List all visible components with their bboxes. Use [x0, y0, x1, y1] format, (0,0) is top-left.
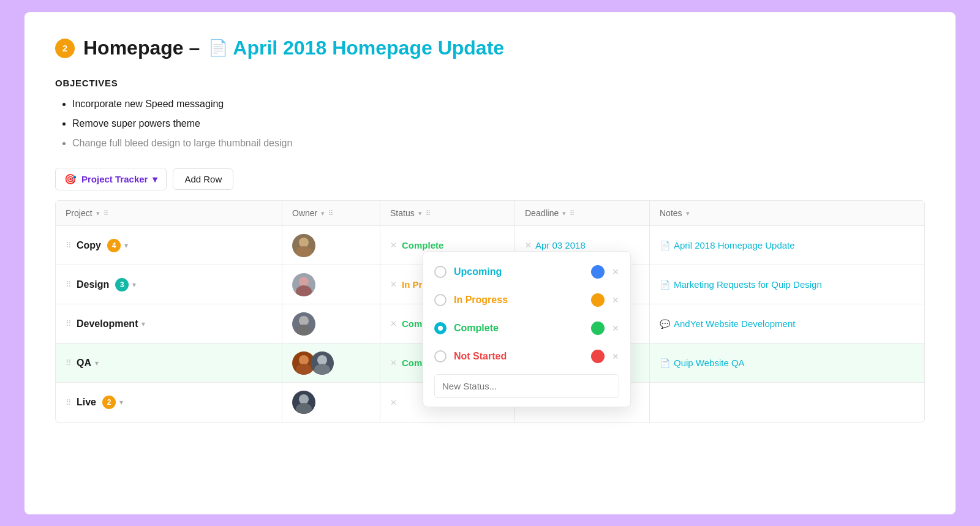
dot-inprogress — [591, 293, 605, 307]
chevron-icon-live[interactable]: ▾ — [119, 398, 123, 407]
row-drag-icon[interactable]: ⠿ — [66, 319, 72, 328]
project-name-development: Development — [77, 318, 138, 329]
radio-upcoming[interactable] — [434, 266, 447, 278]
td-owner-qa — [282, 344, 380, 382]
td-owner-development — [282, 304, 380, 343]
project-name-qa: QA — [77, 358, 91, 369]
notes-doc-icon-design: 📄 — [660, 280, 670, 290]
dropdown-option-upcoming[interactable]: Upcoming ✕ — [423, 258, 630, 286]
status-clear-icon[interactable]: ✕ — [390, 280, 397, 289]
page-badge: 2 — [55, 39, 75, 58]
option-label-upcoming: Upcoming — [454, 266, 584, 277]
avatar-development — [292, 312, 315, 336]
chevron-icon-development[interactable]: ▾ — [141, 320, 145, 328]
dropdown-option-notstarted[interactable]: Not Started ✕ — [423, 342, 630, 370]
th-deadline-sort[interactable]: ▾ — [562, 209, 566, 217]
notes-doc-icon-copy: 📄 — [660, 241, 670, 250]
notes-text-design: Marketing Requests for Quip Design — [674, 279, 822, 290]
td-notes-design[interactable]: 📄 Marketing Requests for Quip Design — [650, 265, 924, 304]
row-drag-icon[interactable]: ⠿ — [66, 241, 72, 250]
th-owner-sort[interactable]: ▾ — [321, 209, 325, 217]
option-x-notstarted[interactable]: ✕ — [612, 351, 619, 361]
th-deadline: Deadline ▾ ⠿ — [515, 201, 650, 225]
status-clear-icon[interactable]: ✕ — [390, 358, 397, 367]
objective-item-1: Incorporate new Speed messaging — [72, 97, 925, 111]
chevron-icon-copy[interactable]: ▾ — [124, 241, 128, 250]
avatar-img-live — [292, 391, 315, 414]
avatar-design — [292, 273, 315, 296]
th-project-sort[interactable]: ▾ — [96, 209, 100, 217]
th-status-label: Status — [390, 208, 415, 218]
td-project-copy: ⠿ Copy 4 ▾ — [56, 226, 282, 265]
avatar-live — [292, 391, 315, 414]
avatar-img-qa-2 — [311, 351, 334, 375]
chevron-icon-design[interactable]: ▾ — [132, 280, 136, 289]
dropdown-option-complete[interactable]: Complete ✕ — [423, 314, 630, 342]
td-project-live: ⠿ Live 2 ▾ — [56, 383, 282, 422]
option-label-notstarted: Not Started — [454, 351, 584, 362]
notes-link-copy[interactable]: 📄 April 2018 Homepage Update — [660, 240, 795, 250]
chevron-icon-qa[interactable]: ▾ — [95, 359, 99, 367]
objectives-section: OBJECTIVES Incorporate new Speed messagi… — [55, 78, 925, 151]
status-clear-icon[interactable]: ✕ — [390, 319, 397, 328]
row-drag-icon[interactable]: ⠿ — [66, 280, 72, 289]
svg-point-5 — [296, 325, 312, 336]
td-notes-development[interactable]: 💬 AndYet Website Development — [650, 304, 924, 343]
add-row-button[interactable]: Add Row — [173, 168, 233, 190]
objectives-list: Incorporate new Speed messaging Remove s… — [55, 97, 925, 151]
row-badge-copy: 4 — [107, 239, 121, 252]
th-notes-sort[interactable]: ▾ — [686, 209, 690, 217]
page-title-static: Homepage – — [83, 37, 200, 59]
radio-complete[interactable] — [434, 322, 447, 334]
th-project-drag[interactable]: ⠿ — [104, 209, 108, 217]
td-notes-copy[interactable]: 📄 April 2018 Homepage Update — [650, 226, 924, 265]
td-notes-live — [650, 383, 924, 422]
deadline-value-copy: Apr 03 2018 — [535, 240, 586, 250]
th-owner-label: Owner — [292, 208, 317, 218]
radio-notstarted[interactable] — [434, 350, 447, 363]
project-name-copy: Copy — [77, 240, 101, 251]
objective-item-2: Remove super powers theme — [72, 116, 925, 131]
row-drag-icon[interactable]: ⠿ — [66, 358, 72, 367]
th-status-drag[interactable]: ⠿ — [426, 209, 431, 217]
th-deadline-drag[interactable]: ⠿ — [570, 209, 575, 217]
status-clear-icon[interactable]: ✕ — [390, 398, 397, 407]
objective-item-3-text: Change full bleed design to large thumbn… — [72, 138, 292, 148]
avatar-img-development — [292, 312, 315, 336]
deadline-clear-icon[interactable]: ✕ — [525, 241, 532, 250]
option-x-inprogress[interactable]: ✕ — [612, 295, 619, 305]
dot-notstarted — [591, 350, 605, 363]
svg-point-4 — [299, 316, 309, 326]
notes-link-qa[interactable]: 📄 Quip Website QA — [660, 358, 745, 368]
svg-point-8 — [317, 355, 327, 365]
svg-point-10 — [299, 394, 309, 404]
objectives-heading: OBJECTIVES — [55, 78, 925, 88]
avatar-img-design — [292, 273, 315, 296]
td-project-qa: ⠿ QA ▾ — [56, 344, 282, 382]
project-tracker-button[interactable]: 🎯 Project Tracker ▾ — [55, 168, 167, 190]
table-header: Project ▾ ⠿ Owner ▾ ⠿ Status ▾ ⠿ Deadlin… — [56, 201, 924, 226]
status-label-copy: Complete — [402, 240, 443, 250]
dropdown-option-inprogress[interactable]: In Progress ✕ — [423, 286, 630, 314]
th-project-label: Project — [66, 208, 92, 218]
page-header: 2 Homepage – 📄 April 2018 Homepage Updat… — [55, 37, 925, 59]
row-drag-icon[interactable]: ⠿ — [66, 398, 72, 407]
td-notes-qa[interactable]: 📄 Quip Website QA — [650, 344, 924, 382]
th-owner-drag[interactable]: ⠿ — [328, 209, 333, 217]
th-deadline-label: Deadline — [525, 208, 559, 218]
option-label-complete: Complete — [454, 323, 584, 334]
option-label-inprogress: In Progress — [454, 295, 584, 306]
svg-point-3 — [296, 285, 312, 296]
notes-link-development[interactable]: 💬 AndYet Website Development — [660, 318, 795, 329]
td-owner-design — [282, 265, 380, 304]
new-status-input[interactable] — [434, 374, 619, 398]
page-title-link[interactable]: 📄 April 2018 Homepage Update — [208, 37, 504, 59]
option-x-complete[interactable]: ✕ — [612, 323, 619, 333]
svg-point-6 — [299, 355, 309, 365]
option-x-upcoming[interactable]: ✕ — [612, 267, 619, 277]
th-status-sort[interactable]: ▾ — [418, 209, 422, 217]
status-clear-icon[interactable]: ✕ — [390, 241, 397, 250]
notes-text-copy: April 2018 Homepage Update — [674, 240, 795, 250]
notes-link-design[interactable]: 📄 Marketing Requests for Quip Design — [660, 279, 822, 290]
radio-inprogress[interactable] — [434, 294, 447, 306]
